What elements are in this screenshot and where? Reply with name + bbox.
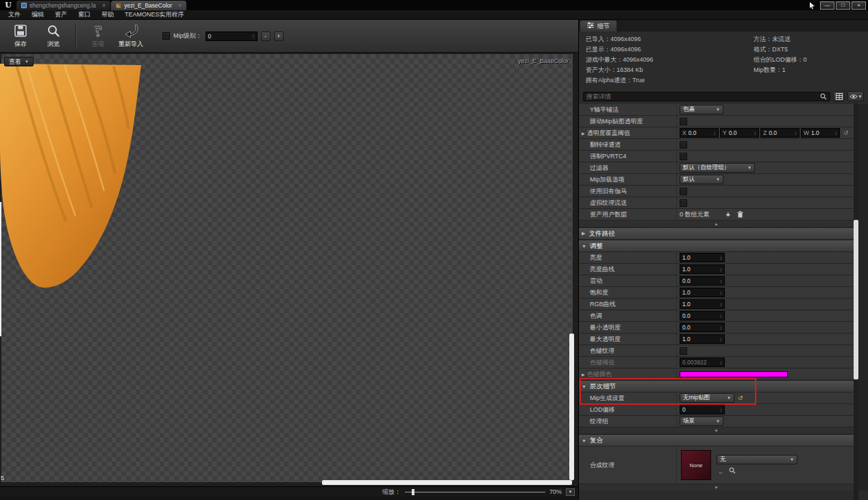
use-selected-asset-icon[interactable]: ← — [718, 468, 725, 475]
min-alpha-input[interactable]: 0.0↕ — [680, 323, 725, 332]
spinner-icon: ↕ — [720, 408, 723, 412]
composite-texture-dropdown[interactable]: 无 ▼ — [717, 455, 797, 464]
row-min-alpha: 最小透明度 0.0↕ — [579, 322, 854, 333]
row-vibrance: 震动 0.0↕ — [579, 275, 854, 286]
alpha-threshold-x-input[interactable]: X0.0↕ — [680, 128, 719, 138]
details-icon — [587, 22, 594, 30]
close-button[interactable]: × — [852, 1, 866, 10]
spinner-icon: ↕ — [720, 279, 723, 284]
dither-mip-alpha-checkbox[interactable] — [680, 118, 687, 125]
mip-gen-settings-dropdown[interactable]: 无mip贴图 ▼ — [680, 393, 734, 403]
category-file-path[interactable]: ▶ 文件路径 — [579, 227, 854, 239]
tab-details[interactable]: 细节 — [580, 21, 617, 32]
save-button[interactable]: 保存 — [4, 21, 37, 51]
tab-level-editor[interactable]: shengchengshangceng.la × — [16, 1, 110, 10]
vibrance-input[interactable]: 0.0↕ — [680, 276, 725, 286]
expander-icon[interactable]: ▶ — [582, 372, 585, 377]
zoom-slider[interactable] — [405, 489, 545, 495]
reset-to-default-icon[interactable]: ↺ — [738, 395, 743, 401]
rgb-curve-input[interactable]: 1.0↕ — [680, 299, 725, 309]
spinner-icon: ↕ — [720, 302, 723, 307]
brightness-curve-input[interactable]: 1.0↕ — [680, 264, 725, 274]
search-details-input[interactable] — [586, 93, 817, 100]
chroma-key-color-swatch[interactable] — [680, 371, 788, 377]
brightness-input[interactable]: 1.0↕ — [680, 253, 725, 262]
texture-group-dropdown[interactable]: 场景 ▼ — [680, 416, 723, 426]
mip-level-input[interactable]: 0 ↕ — [206, 32, 258, 41]
zoom-slider-handle[interactable] — [412, 489, 414, 495]
row-virtual-texture-streaming: 虚拟纹理流送 — [579, 197, 854, 208]
delete-elements-icon[interactable] — [737, 208, 743, 221]
force-pvrtc4-checkbox[interactable] — [680, 153, 687, 160]
row-dither-mip-alpha: 颤动Mip贴图透明度 — [579, 116, 854, 127]
alpha-threshold-z-input[interactable]: Z0.0↕ — [760, 128, 799, 138]
collapse-arrow-down[interactable]: ▼ — [579, 484, 854, 490]
flip-green-channel-checkbox[interactable] — [680, 141, 687, 149]
reimport-button[interactable]: 重新导入 — [114, 21, 147, 51]
tab-label: yezi_E_BaseColor — [124, 2, 172, 9]
zoom-dropdown-button[interactable]: ▼ — [566, 488, 575, 496]
mip-level-decrease-button[interactable]: - — [261, 32, 271, 41]
saturation-input[interactable]: 1.0↕ — [680, 288, 725, 297]
save-icon — [14, 23, 27, 38]
category-adjustments[interactable]: ▼ 调整 — [579, 240, 854, 251]
collapse-arrow-down[interactable]: ▼ — [579, 427, 854, 434]
property-matrix-icon[interactable] — [833, 91, 845, 101]
browse-to-asset-icon[interactable] — [729, 467, 736, 475]
spinner-icon: ↕ — [754, 131, 757, 136]
expander-icon[interactable]: ▶ — [582, 131, 585, 136]
lod-bias-input[interactable]: 0↕ — [680, 405, 725, 414]
menu-bar: 文件 编辑 资产 窗口 帮助 TEAMONES实用程序 — [0, 10, 868, 20]
mip-load-options-dropdown[interactable]: 默认 ▼ — [680, 175, 723, 184]
menu-edit[interactable]: 编辑 — [26, 10, 49, 19]
max-alpha-input[interactable]: 1.0↕ — [680, 334, 725, 344]
spinner-icon: ↕ — [720, 337, 723, 342]
view-options-button[interactable]: 查看 ▼ — [4, 57, 34, 66]
filter-dropdown[interactable]: 默认（自纹理组） ▼ — [680, 163, 755, 173]
chroma-key-texture-checkbox[interactable] — [680, 347, 687, 355]
menu-asset[interactable]: 资产 — [49, 10, 73, 19]
menu-window[interactable]: 窗口 — [73, 10, 96, 19]
row-force-pvrtc4: 强制PVRTC4 — [579, 151, 854, 162]
alpha-threshold-w-input[interactable]: W1.0↕ — [801, 128, 840, 138]
details-scrollbar-thumb[interactable] — [854, 220, 858, 379]
add-element-icon[interactable]: + — [726, 210, 730, 218]
virtual-texture-streaming-checkbox[interactable] — [680, 199, 687, 207]
maximize-button[interactable]: □ — [836, 1, 850, 10]
row-chroma-key-threshold: 色键阈值 0.003922↕ — [579, 357, 854, 368]
minimize-button[interactable]: — — [820, 1, 834, 10]
texture-preview-image — [0, 64, 149, 291]
row-alpha-coverage-thresholds: ▶ 透明度覆盖阈值 X0.0↕ Y0.0↕ Z0.0↕ W1.0↕ ↺ — [579, 127, 854, 138]
chroma-key-threshold-input[interactable]: 0.003922↕ — [680, 358, 725, 367]
menu-file[interactable]: 文件 — [3, 10, 26, 19]
details-tab-strip: 细节 — [579, 20, 868, 32]
close-icon[interactable]: × — [178, 2, 182, 9]
reset-to-default-icon[interactable]: ↺ — [843, 129, 849, 136]
legacy-gamma-checkbox[interactable] — [680, 188, 687, 195]
view-options-eye-icon[interactable]: ▼ — [847, 91, 864, 101]
browse-button[interactable]: 浏览 — [37, 21, 70, 51]
category-lod[interactable]: ▼ 层次细节 — [579, 380, 854, 392]
menu-teamones[interactable]: TEAMONES实用程序 — [119, 10, 190, 19]
collapse-arrow-up[interactable]: ▲ — [579, 221, 854, 227]
close-icon[interactable]: × — [102, 2, 106, 9]
viewport-horizontal-scrollbar[interactable] — [322, 480, 572, 485]
tab-texture-editor[interactable]: yezi_E_BaseColor × — [111, 1, 186, 10]
details-search-row: ▼ — [579, 88, 868, 104]
category-compositing[interactable]: ▼ 复合 — [579, 434, 854, 446]
menu-help[interactable]: 帮助 — [96, 10, 119, 19]
row-asset-user-data: 资产用户数据 0 数组元素 + — [579, 209, 854, 220]
hue-input[interactable]: 0.0↕ — [680, 311, 725, 321]
viewport-vertical-scrollbar[interactable] — [569, 334, 574, 480]
y-tiling-dropdown[interactable]: 包裹 ▼ — [680, 105, 723, 114]
texture-tab-icon — [116, 3, 121, 8]
mip-level-increase-button[interactable]: + — [274, 32, 284, 41]
spinner-icon: ↕ — [720, 267, 723, 272]
composite-texture-thumbnail[interactable]: None — [681, 450, 711, 480]
compress-button[interactable]: 压缩 — [82, 21, 114, 51]
mip-level-checkbox[interactable] — [162, 32, 170, 40]
chevron-down-icon: ▼ — [790, 458, 794, 462]
alpha-threshold-y-input[interactable]: Y0.0↕ — [720, 128, 759, 138]
details-property-list: Y轴平铺法 包裹 ▼ 颤动Mip贴图透明度 ▶ 透明度覆盖阈值 — [579, 104, 868, 490]
unreal-logo-icon: U — [0, 0, 16, 10]
